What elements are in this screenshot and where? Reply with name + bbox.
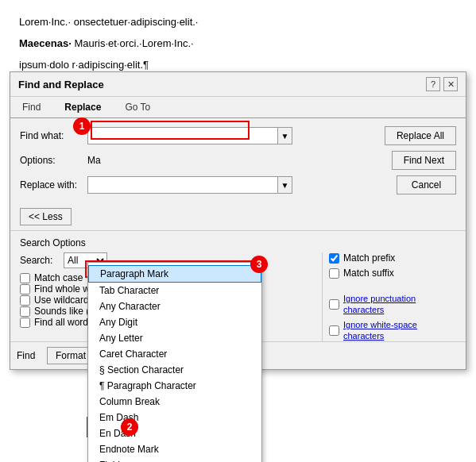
dropdown-item-any-digit[interactable]: Any Digit: [88, 314, 261, 330]
dialog-controls: ? ✕: [426, 77, 458, 91]
less-btn-area: << Less: [10, 208, 466, 230]
match-suffix-row: Match suffix: [329, 268, 456, 279]
dropdown-item-field[interactable]: Field: [88, 457, 261, 462]
search-options-label: Search Options: [20, 237, 456, 248]
doc-line1-cont: onsectetuer·adipiscing·elit.·: [74, 16, 199, 28]
replace-dropdown-btn[interactable]: ▼: [278, 176, 292, 194]
dropdown-item-em-dash[interactable]: Em Dash: [88, 410, 261, 425]
sounds-like-label: Sounds like (: [34, 306, 89, 317]
options-value: Ma: [87, 155, 101, 166]
ignore-punct-label: Ignore punctuation characters: [343, 293, 456, 315]
find-input-wrap: ▼: [87, 127, 292, 144]
match-case-label: Match case: [34, 272, 83, 283]
dropdown-item-endnote-mark[interactable]: Endnote Mark: [88, 441, 261, 457]
cancel-button[interactable]: Cancel: [397, 175, 456, 194]
less-button[interactable]: << Less: [20, 208, 72, 225]
ignore-ws-row: Ignore white-space characters: [329, 319, 456, 341]
find-all-word-checkbox[interactable]: [20, 318, 30, 328]
dropdown-item-any-letter[interactable]: Any Letter: [88, 330, 261, 346]
dropdown-item-caret-character[interactable]: Caret Character: [88, 346, 261, 362]
doc-line2-bold: Maecenas·: [19, 37, 72, 49]
right-column: Match prefix Match suffix Ignore punctua…: [329, 252, 456, 341]
replace-all-button[interactable]: Replace All: [385, 126, 456, 145]
dropdown-item-tab-character[interactable]: Tab Character: [88, 283, 261, 298]
options-label: Options:: [20, 155, 87, 166]
dropdown-item-paragraph-mark[interactable]: Paragraph Mark: [88, 265, 261, 283]
close-button[interactable]: ✕: [443, 77, 458, 91]
tab-goto[interactable]: Go To: [113, 97, 162, 117]
tab-find[interactable]: Find: [10, 97, 52, 117]
replace-label: Replace with:: [20, 179, 87, 191]
badge-3: 3: [250, 256, 268, 273]
replace-input-wrap: ▼: [87, 176, 292, 194]
ignore-punct-checkbox[interactable]: [329, 299, 339, 310]
find-whole-checkbox[interactable]: [20, 284, 30, 295]
format-label: Format: [56, 350, 86, 361]
ignore-ws-checkbox[interactable]: [329, 325, 339, 336]
dialog-title: Find and Replace: [18, 79, 104, 90]
special-dropdown-menu: Paragraph Mark Tab Character Any Charact…: [87, 262, 262, 462]
find-all-word-label: Find all word: [34, 317, 88, 328]
find-toolbar-label: Find: [17, 350, 42, 361]
doc-line3-cont: r·adipiscing·elit.¶: [72, 59, 149, 71]
doc-line2-cont: Mauris·et·orci.·Lorem·Inc.·: [74, 37, 193, 49]
dialog-tabs: Find Replace Go To: [10, 97, 466, 118]
find-next-button[interactable]: Find Next: [392, 151, 456, 170]
ignore-punct-row: Ignore punctuation characters: [329, 293, 456, 315]
dropdown-item-section-character[interactable]: § Section Character: [88, 362, 261, 378]
ignore-ws-label: Ignore white-space characters: [343, 319, 456, 341]
use-wildcard-label: Use wildcard: [34, 295, 89, 306]
match-suffix-label: Match suffix: [343, 268, 394, 279]
search-label: Search:: [20, 255, 64, 266]
match-case-checkbox[interactable]: [20, 273, 30, 283]
badge-2: 2: [121, 418, 138, 436]
doc-line3: ipsum·dolo: [19, 59, 69, 71]
match-suffix-checkbox[interactable]: [329, 268, 339, 279]
tab-replace[interactable]: Replace: [52, 97, 113, 117]
vertical-divider: [322, 252, 323, 341]
find-dropdown-btn[interactable]: ▼: [278, 127, 292, 144]
doc-line1: Lorem·Inc.·: [19, 16, 71, 28]
dropdown-item-column-break[interactable]: Column Break: [88, 394, 261, 410]
use-wildcard-checkbox[interactable]: [20, 295, 30, 306]
options-row: Options: Ma Find Next: [20, 151, 456, 170]
replace-row: Replace with: ▼ Cancel: [20, 175, 456, 194]
sounds-like-checkbox[interactable]: [20, 306, 30, 317]
help-button[interactable]: ?: [426, 77, 440, 91]
dropdown-item-paragraph-character[interactable]: ¶ Paragraph Character: [88, 378, 261, 394]
match-prefix-label: Match prefix: [343, 252, 395, 264]
badge-1: 1: [73, 117, 91, 135]
dropdown-item-en-dash[interactable]: En Dash: [88, 425, 261, 441]
find-input[interactable]: [87, 127, 278, 144]
replace-input[interactable]: [87, 176, 278, 194]
spacer: [329, 283, 456, 289]
find-whole-label: Find whole w: [34, 283, 90, 295]
match-prefix-row: Match prefix: [329, 252, 456, 264]
match-prefix-checkbox[interactable]: [329, 253, 339, 264]
dialog-titlebar: Find and Replace ? ✕: [10, 72, 466, 97]
dropdown-item-any-character[interactable]: Any Character: [88, 298, 261, 314]
